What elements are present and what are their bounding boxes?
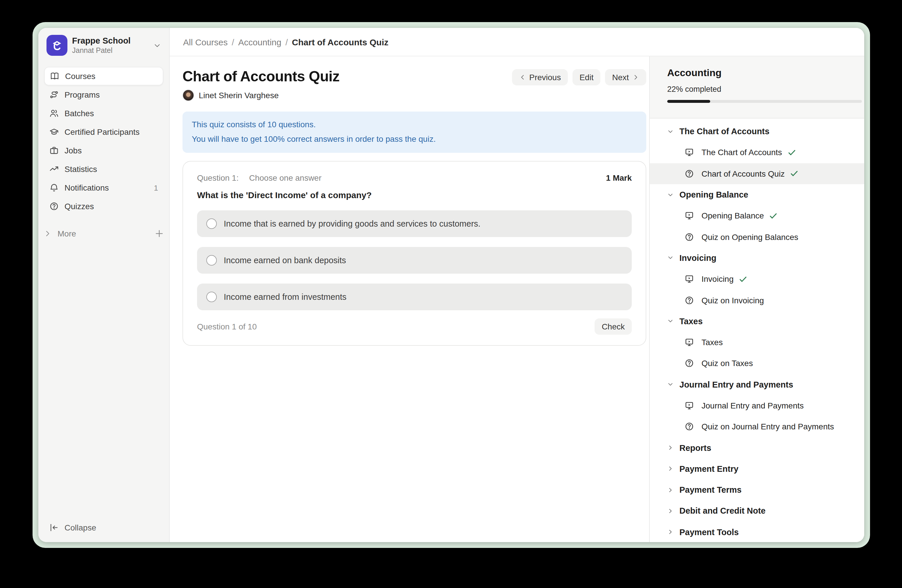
outline-chapter-reports[interactable]: Reports xyxy=(650,437,864,458)
trending-up-icon xyxy=(49,164,59,174)
options-list: Income that is earned by providing goods… xyxy=(197,210,632,310)
breadcrumb-separator: / xyxy=(232,37,234,47)
outline-chapter-payment-entry[interactable]: Payment Entry xyxy=(650,458,864,480)
workspace-user: Jannat Patel xyxy=(72,45,149,55)
outline-chapter-invoicing[interactable]: Invoicing xyxy=(650,247,864,269)
sidebar-item-quizzes[interactable]: Quizzes xyxy=(44,197,163,216)
chevron-right-icon xyxy=(632,74,639,81)
chevron-right-icon xyxy=(667,486,673,493)
radio-icon[interactable] xyxy=(206,219,217,229)
outline-chapter-opening-balance[interactable]: Opening Balance xyxy=(650,184,864,205)
workspace-title: Frappe School xyxy=(72,36,149,45)
left-sidebar: Frappe School Jannat Patel Courses Progr… xyxy=(38,28,170,542)
outline-chapter-the-chart-of-accounts[interactable]: The Chart of Accounts xyxy=(650,121,864,142)
bell-icon xyxy=(49,183,59,192)
outline-chapter-payment-terms[interactable]: Payment Terms xyxy=(650,479,864,500)
quiz-info-banner: This quiz consists of 10 questions. You … xyxy=(183,111,646,153)
course-title: Accounting xyxy=(667,67,861,79)
edit-button[interactable]: Edit xyxy=(573,69,600,85)
app-window: Frappe School Jannat Patel Courses Progr… xyxy=(38,28,864,542)
quiz-option-2[interactable]: Income earned on bank deposits xyxy=(197,247,632,274)
sidebar-item-courses[interactable]: Courses xyxy=(44,67,163,85)
sidebar-item-statistics[interactable]: Statistics xyxy=(44,160,163,178)
chevron-right-icon xyxy=(667,444,673,451)
help-circle-icon xyxy=(684,232,694,241)
course-progress-fill xyxy=(667,100,710,103)
quiz-option-3[interactable]: Income earned from investments xyxy=(197,283,632,310)
radio-icon[interactable] xyxy=(206,255,217,266)
graduation-cap-icon xyxy=(49,127,59,136)
chevron-down-icon xyxy=(667,255,673,261)
sidebar-item-jobs[interactable]: Jobs xyxy=(44,141,163,160)
help-circle-icon xyxy=(684,359,694,368)
sidebar-item-more[interactable]: More xyxy=(38,225,169,242)
outline-chapter-debit-and-credit-note[interactable]: Debit and Credit Note xyxy=(650,500,864,522)
presentation-icon xyxy=(684,401,694,410)
chevron-right-icon xyxy=(667,529,673,535)
question-progress: Question 1 of 10 xyxy=(197,322,257,331)
course-progress-label: 22% completed xyxy=(667,85,861,94)
outline-item-chart-of-accounts-quiz[interactable]: Chart of Accounts Quiz xyxy=(650,163,864,184)
breadcrumb: All Courses/Accounting/Chart of Accounts… xyxy=(183,37,388,47)
chevron-right-icon xyxy=(44,230,52,238)
workspace-switcher[interactable]: Frappe School Jannat Patel xyxy=(38,28,169,56)
presentation-icon xyxy=(684,338,694,347)
presentation-icon xyxy=(684,211,694,220)
previous-button[interactable]: Previous xyxy=(512,69,568,85)
outline-item-the-chart-of-accounts[interactable]: The Chart of Accounts xyxy=(650,142,864,163)
chevron-down-icon xyxy=(667,318,673,325)
breadcrumb-bar: All Courses/Accounting/Chart of Accounts… xyxy=(170,28,864,56)
author-avatar xyxy=(183,89,194,101)
author-name: Linet Sherin Varghese xyxy=(199,91,279,100)
chevron-down-icon xyxy=(667,381,673,388)
chevron-right-icon xyxy=(667,508,673,514)
collapse-sidebar-button[interactable]: Collapse xyxy=(44,519,163,536)
outline-chapter-journal-entry-and-payments[interactable]: Journal Entry and Payments xyxy=(650,374,864,395)
sidebar-item-batches[interactable]: Batches xyxy=(44,104,163,123)
quiz-card: Question 1: Choose one answer 1 Mark Wha… xyxy=(183,161,646,346)
outline-item-quiz-on-opening-balances[interactable]: Quiz on Opening Balances xyxy=(650,226,864,247)
check-button[interactable]: Check xyxy=(595,318,632,335)
outline-chapter-taxes[interactable]: Taxes xyxy=(650,311,864,332)
radio-icon[interactable] xyxy=(206,292,217,302)
sidebar-item-certified-participants[interactable]: Certified Participants xyxy=(44,123,163,141)
outline-item-invoicing[interactable]: Invoicing xyxy=(650,269,864,289)
main-content: Chart of Accounts Quiz Linet Sherin Varg… xyxy=(170,56,649,542)
check-icon xyxy=(787,148,796,157)
outline-item-taxes[interactable]: Taxes xyxy=(650,332,864,353)
outline-item-quiz-on-invoicing[interactable]: Quiz on Invoicing xyxy=(650,289,864,311)
presentation-icon xyxy=(684,274,694,283)
help-circle-icon xyxy=(684,296,694,305)
quiz-option-1[interactable]: Income that is earned by providing goods… xyxy=(197,210,632,237)
content-area: All Courses/Accounting/Chart of Accounts… xyxy=(170,28,864,542)
next-button[interactable]: Next xyxy=(605,69,646,85)
outline-item-quiz-on-taxes[interactable]: Quiz on Taxes xyxy=(650,353,864,374)
outline-item-opening-balance[interactable]: Opening Balance xyxy=(650,205,864,226)
breadcrumb-all-courses[interactable]: All Courses xyxy=(183,37,227,47)
breadcrumb-separator: / xyxy=(285,37,288,47)
breadcrumb-accounting[interactable]: Accounting xyxy=(238,37,281,47)
window-frame: Frappe School Jannat Patel Courses Progr… xyxy=(33,22,870,548)
breadcrumb-chart-of-accounts-quiz: Chart of Accounts Quiz xyxy=(292,37,388,47)
presentation-icon xyxy=(684,148,694,157)
author-row: Linet Sherin Varghese xyxy=(183,89,340,101)
question-instruction: Choose one answer xyxy=(249,173,321,183)
notification-count: 1 xyxy=(154,183,158,192)
outline-chapter-payment-tools[interactable]: Payment Tools xyxy=(650,521,864,542)
check-icon xyxy=(769,211,778,220)
sidebar-item-notifications[interactable]: Notifications 1 xyxy=(44,178,163,197)
chevron-down-icon xyxy=(667,191,673,198)
outline-item-quiz-on-journal-entry-and-payments[interactable]: Quiz on Journal Entry and Payments xyxy=(650,416,864,437)
help-circle-icon xyxy=(684,422,694,432)
question-marks: 1 Mark xyxy=(606,173,632,183)
question-number: Question 1: xyxy=(197,173,239,183)
chevron-left-icon xyxy=(519,74,526,81)
course-outline: The Chart of Accounts The Chart of Accou… xyxy=(650,119,864,542)
add-icon[interactable] xyxy=(155,229,164,238)
route-icon xyxy=(49,90,59,99)
outline-item-journal-entry-and-payments[interactable]: Journal Entry and Payments xyxy=(650,395,864,416)
screen: Frappe School Jannat Patel Courses Progr… xyxy=(0,0,902,588)
frappe-school-logo xyxy=(47,35,67,56)
sidebar-item-programs[interactable]: Programs xyxy=(44,85,163,104)
question-text: What is the 'Direct Income' of a company… xyxy=(197,190,632,200)
